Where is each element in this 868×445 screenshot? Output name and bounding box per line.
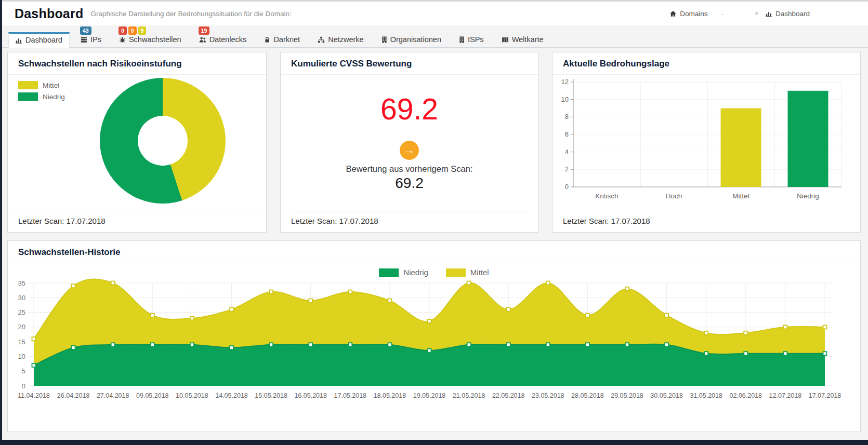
svg-text:23.05.2018: 23.05.2018 — [532, 392, 564, 399]
tab-isps[interactable]: ISPs — [452, 32, 491, 47]
data-point-marker — [230, 307, 233, 311]
legend-swatch — [18, 81, 38, 89]
data-point-marker — [151, 343, 154, 346]
home-icon — [669, 10, 677, 18]
card-bedrohung: Aktuelle Bedrohungslage 024681012Kritisc… — [552, 52, 861, 233]
tab-schwachstellen[interactable]: Schwachstellen009 — [112, 32, 188, 47]
count-badge: 19 — [199, 26, 210, 35]
server-icon — [81, 36, 87, 43]
page-title: Dashboard — [15, 6, 83, 21]
svg-text:12: 12 — [561, 78, 569, 86]
data-point-marker — [744, 331, 747, 335]
svg-text:29.05.2018: 29.05.2018 — [611, 392, 643, 399]
donut-hole — [138, 116, 188, 166]
tab-darknet[interactable]: Darknet — [257, 32, 307, 47]
svg-text:Niedrig: Niedrig — [797, 192, 819, 200]
data-point-marker — [32, 363, 36, 367]
breadcrumb-separator: > — [755, 10, 758, 17]
data-point-marker — [823, 352, 827, 355]
svg-text:15: 15 — [18, 338, 25, 346]
svg-text:4: 4 — [565, 148, 569, 156]
data-point-marker — [348, 343, 352, 346]
bar-chart-icon — [16, 37, 22, 44]
data-point-marker — [388, 343, 391, 346]
data-point-marker — [428, 319, 431, 323]
cvss-score: 69.2 — [380, 95, 438, 124]
tab-label: Datenlecks — [209, 35, 247, 44]
tab-dashboard[interactable]: Dashboard — [8, 32, 70, 48]
page-header: Dashboard Graphische Darstellung der Bed… — [2, 2, 868, 25]
svg-text:26.04.2018: 26.04.2018 — [57, 392, 90, 399]
legend-swatch — [379, 268, 399, 277]
bar-chart-svg: 024681012KritischHochMittelNiedrig — [553, 75, 850, 204]
data-point-marker — [744, 352, 747, 355]
tab-badges: 19 — [199, 26, 210, 35]
card-bedrohung-header: Aktuelle Bedrohungslage — [553, 52, 860, 75]
data-point-marker — [309, 299, 312, 302]
card-cvss: Kumulierte CVSS Bewertung 69.2 → Bewertu… — [280, 52, 538, 233]
building-icon — [382, 36, 387, 43]
lock-icon — [264, 36, 270, 43]
tab-organisationen[interactable]: Organisationen — [375, 32, 448, 47]
card-historie-header: Schwachstellen-Historie — [8, 241, 860, 263]
tab-label: Schwachstellen — [129, 35, 181, 44]
bedrohung-last-scan: Letzter Scan: 17.07.2018 — [553, 211, 860, 232]
tab-weltkarte[interactable]: Weltkarte — [495, 32, 550, 47]
data-point-marker — [230, 346, 233, 349]
page-subtitle: Graphische Darstellung der Bedrohungssit… — [90, 10, 291, 18]
data-point-marker — [586, 343, 589, 346]
data-point-marker — [32, 337, 36, 341]
sitemap-icon — [318, 36, 325, 43]
svg-text:28.05.2018: 28.05.2018 — [571, 392, 604, 399]
breadcrumb-domains[interactable]: Domains — [669, 10, 707, 18]
svg-text:19.05.2018: 19.05.2018 — [413, 392, 446, 399]
svg-text:17.05.2018: 17.05.2018 — [334, 392, 367, 399]
breadcrumb-dashboard[interactable]: Dashboard — [766, 10, 810, 18]
svg-text:6: 6 — [565, 130, 569, 138]
data-point-marker — [190, 316, 194, 320]
tab-badges: 43 — [80, 26, 91, 35]
tab-label: Organisationen — [390, 35, 441, 44]
svg-text:25: 25 — [18, 308, 25, 316]
risiko-last-scan: Letzter Scan: 17.07.2018 — [8, 211, 266, 232]
bar-mittel — [721, 109, 761, 187]
data-point-marker — [665, 314, 668, 317]
building-icon — [459, 36, 465, 43]
svg-text:22.05.2018: 22.05.2018 — [492, 392, 525, 399]
count-badge: 9 — [138, 26, 147, 35]
data-point-marker — [72, 346, 75, 349]
svg-text:0: 0 — [565, 183, 569, 191]
cvss-body: 69.2 → Bewertung aus vorherigem Scan: 69… — [281, 75, 538, 211]
tab-netzwerke[interactable]: Netzwerke — [311, 32, 371, 47]
svg-text:09.05.2018: 09.05.2018 — [136, 392, 169, 399]
data-point-marker — [546, 281, 550, 285]
svg-text:18.05.2018: 18.05.2018 — [374, 392, 406, 399]
data-point-marker — [704, 352, 708, 355]
svg-text:35: 35 — [18, 279, 25, 287]
data-point-marker — [665, 343, 668, 346]
svg-text:11.04.2018: 11.04.2018 — [18, 392, 50, 399]
tab-ips[interactable]: IPs43 — [74, 32, 108, 47]
card-risiko-title: Schwachstellen nach Risikoeinstufung — [18, 59, 182, 69]
svg-text:10.05.2018: 10.05.2018 — [176, 392, 208, 399]
data-point-marker — [507, 343, 510, 346]
svg-text:8: 8 — [565, 113, 569, 120]
card-historie: Schwachstellen-Historie NiedrigMittel 05… — [7, 240, 861, 432]
data-point-marker — [348, 290, 352, 293]
svg-text:10: 10 — [561, 96, 569, 103]
tab-datenlecks[interactable]: Datenlecks19 — [192, 32, 254, 47]
legend-item-mittel: Mittel — [18, 81, 65, 89]
data-point-marker — [111, 281, 115, 285]
data-point-marker — [111, 343, 115, 346]
svg-text:2: 2 — [565, 165, 569, 173]
cvss-last-scan: Letzter Scan: 17.07.2018 — [281, 211, 538, 232]
tab-label: Netzwerke — [328, 35, 364, 44]
donut-legend: MittelNiedrig — [18, 81, 65, 104]
arrow-right-icon: → — [400, 141, 419, 160]
data-point-marker — [625, 287, 629, 291]
svg-text:Kritisch: Kritisch — [595, 192, 618, 200]
tab-label: Dashboard — [25, 36, 62, 44]
data-point-marker — [388, 299, 391, 302]
card-cvss-title: Kumulierte CVSS Bewertung — [291, 59, 412, 69]
data-point-marker — [72, 284, 75, 288]
